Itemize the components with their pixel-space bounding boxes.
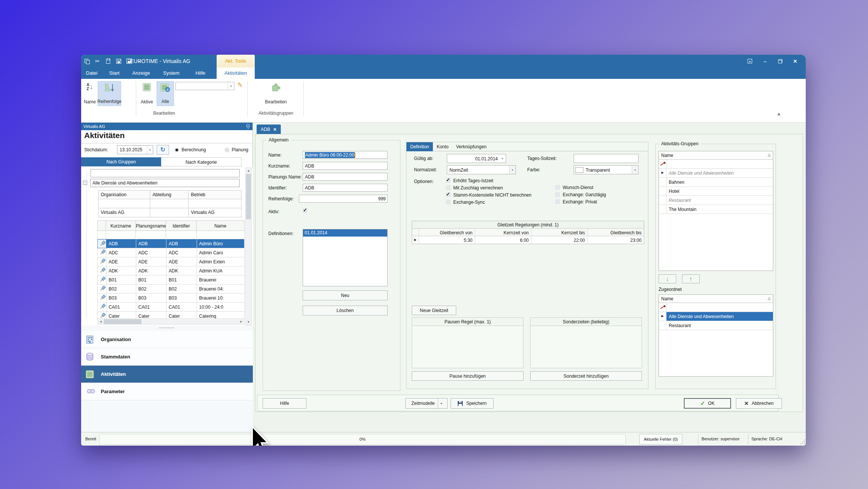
chevron-down-icon[interactable]: ▾ — [228, 82, 234, 90]
grid-filter-row[interactable] — [97, 231, 245, 239]
speichern-button[interactable]: Speichern — [451, 398, 494, 409]
option-checkbox[interactable]: Mit Zuschlag verrechnen — [446, 185, 531, 191]
tab-start[interactable]: Start — [104, 68, 125, 79]
column-header-name[interactable]: Name — [197, 220, 245, 231]
column-header-identifier[interactable]: Identifier — [166, 220, 197, 231]
activity-filter-combobox[interactable]: ▾ — [175, 82, 234, 90]
column-header[interactable]: Gleitbereich bis — [588, 229, 644, 236]
zeitmodelle-button[interactable]: Zeitmodelle ▾ — [405, 398, 448, 409]
column-header[interactable]: Abteilung — [150, 190, 189, 199]
table-row[interactable]: B03 B03 B03 Brauerei 10: — [97, 294, 245, 303]
tab-konto[interactable]: Konto — [433, 142, 452, 151]
tab-verknuepfungen[interactable]: Verknüpfungen — [452, 142, 490, 151]
neu-button[interactable]: Neu — [303, 291, 388, 300]
gueltig-ab-combobox[interactable]: 01.01.2014 ▾ — [447, 154, 506, 163]
scroll-up-icon[interactable]: ▲ — [246, 168, 251, 174]
kurzname-input[interactable]: ADB — [303, 162, 388, 170]
name-input[interactable]: Admin Büro 06:00-22:00 — [303, 151, 388, 159]
org-row[interactable] — [98, 199, 242, 208]
column-header-kurzname[interactable]: Kurzname — [106, 220, 136, 231]
unassign-up-button[interactable]: ↑ — [682, 274, 700, 283]
sidebar-item-parameter[interactable]: ⚙⚙ Parameter — [81, 383, 253, 400]
gleitzeit-data-row[interactable]: ▶ 5:30 6:00 22:00 23:00 — [412, 236, 644, 244]
close-tab-icon[interactable]: ✕ — [273, 127, 277, 132]
gruppen-header[interactable]: Name △ — [659, 151, 773, 160]
vertical-scrollbar[interactable]: ▲ ▼ — [245, 168, 252, 326]
table-row[interactable]: ADB ADB ADB Admin Büro — [97, 239, 245, 248]
save-button-qat[interactable] — [115, 58, 122, 65]
resize-grip[interactable] — [800, 440, 805, 445]
tab-aktivitaeten[interactable]: Aktivitäten — [217, 68, 255, 79]
list-item[interactable]: 01.01.2014 — [303, 229, 387, 237]
table-row[interactable]: ADC ADC ADC Admin Caro — [97, 248, 245, 257]
chevron-down-icon[interactable]: ▾ — [147, 146, 153, 154]
copy-button[interactable] — [83, 58, 90, 65]
neue-gleitzeit-button[interactable]: Neue Gleitzeit — [412, 306, 456, 315]
paste-button[interactable] — [105, 58, 111, 65]
table-row[interactable]: B02 B02 B02 Brauerei 04: — [97, 284, 245, 294]
sonderzeit-hinzufuegen-button[interactable]: Sonderzeit hinzufügen — [530, 371, 642, 381]
column-header[interactable]: Kernzeit bis — [531, 229, 588, 236]
gruppen-filter-row[interactable] — [659, 160, 773, 169]
definitionen-listbox[interactable]: 01.01.2014 — [303, 229, 388, 286]
group-row[interactable]: Hotel — [659, 187, 773, 196]
option-checkbox[interactable]: Exchange-Sync — [446, 200, 531, 205]
table-row[interactable]: ADE ADE ADE Admin Exten — [97, 257, 245, 266]
identifier-input[interactable]: ADB — [303, 184, 388, 192]
table-row[interactable]: CA01 CA01 CA01 10:00 - 24:0 — [97, 303, 245, 312]
scroll-right-icon[interactable]: ► — [239, 319, 244, 324]
cut-button[interactable]: ✂ — [94, 58, 101, 65]
zugeordnet-filter-row[interactable] — [659, 303, 773, 312]
chevron-down-icon[interactable]: ▾ — [438, 398, 445, 408]
chevron-down-icon[interactable]: ▾ — [509, 166, 516, 174]
edit-pencil-icon[interactable]: ✎ — [237, 81, 243, 89]
filter-pin-icon[interactable] — [660, 305, 665, 310]
radio-planung[interactable]: Planung — [225, 147, 248, 152]
tab-nach-gruppen[interactable]: Nach Gruppen — [81, 157, 161, 166]
assigned-group-row[interactable]: Restaurant — [659, 321, 773, 330]
table-row[interactable]: ADK ADK ADK Admin KUA — [97, 266, 245, 275]
refresh-button[interactable]: ↻ — [157, 145, 169, 155]
column-header[interactable]: Betrieb — [189, 190, 242, 199]
tab-datei[interactable]: Datei — [83, 68, 101, 79]
panel-caption[interactable]: Virtualis AG — [81, 123, 252, 130]
reihenfolge-input[interactable]: 999 — [299, 195, 388, 203]
sort-reihenfolge-button[interactable]: Reihenfolge — [98, 81, 121, 106]
restore-button[interactable] — [776, 57, 785, 66]
pause-hinzufuegen-button[interactable]: Pause hinzufügen — [412, 371, 523, 381]
planungsname-input[interactable]: ADB — [303, 173, 388, 181]
toolbar-toggle-button[interactable]: ▴ — [745, 57, 754, 66]
tab-system[interactable]: System — [159, 68, 184, 79]
normalzeit-combobox[interactable]: NormZeit ▾ — [447, 165, 516, 174]
pin-icon[interactable] — [246, 125, 249, 127]
collapse-ribbon-icon[interactable]: ^ — [777, 112, 780, 118]
group-row[interactable]: Restaurant — [659, 196, 773, 205]
filter-pin-icon[interactable] — [660, 161, 665, 167]
tab-hilfe[interactable]: Hilfe — [191, 68, 210, 79]
chevron-down-icon[interactable]: ▾ — [632, 166, 638, 174]
column-header[interactable]: Kernzeit von — [475, 229, 531, 236]
aktive-button[interactable]: Aktive — [139, 81, 155, 106]
close-button[interactable]: ✕ — [791, 57, 800, 66]
abbrechen-button[interactable]: ✕ Abbrechen — [736, 398, 782, 409]
tages-sollzeit-input[interactable] — [574, 154, 639, 163]
scroll-down-icon[interactable]: ▼ — [246, 320, 251, 325]
group-row[interactable]: Bahnen — [659, 178, 773, 187]
column-header[interactable]: Gleitbereich von — [419, 229, 475, 236]
document-tab-adb[interactable]: ADB ✕ — [257, 125, 281, 134]
loeschen-button[interactable]: Löschen — [303, 306, 388, 315]
panel-splitter[interactable]: ▪▪▪▪▪▪▪▪▪ — [81, 326, 253, 331]
contextual-tab-header[interactable]: Akt. Tools — [217, 55, 255, 68]
option-checkbox[interactable]: Erhöht Tages-Istzeit — [446, 178, 531, 183]
sort-name-button[interactable]: AZ↓ Name — [83, 81, 97, 106]
ok-button[interactable]: ✓ OK — [684, 398, 731, 409]
group-row[interactable]: Alle Dienste und Abwesenheiten — [659, 169, 773, 178]
option-checkbox[interactable]: Exchange: Privat — [555, 199, 606, 205]
scrollbar-thumb[interactable] — [104, 319, 142, 324]
minimize-button[interactable]: – — [760, 57, 770, 66]
assign-down-button[interactable]: ↓ — [659, 274, 676, 283]
alle-button[interactable]: # Alle — [157, 81, 174, 106]
option-checkbox[interactable]: Wunsch-Dienst — [555, 185, 606, 190]
group-row[interactable]: The Mountain — [659, 205, 773, 214]
zugeordnet-header[interactable]: Name △ — [659, 295, 773, 303]
